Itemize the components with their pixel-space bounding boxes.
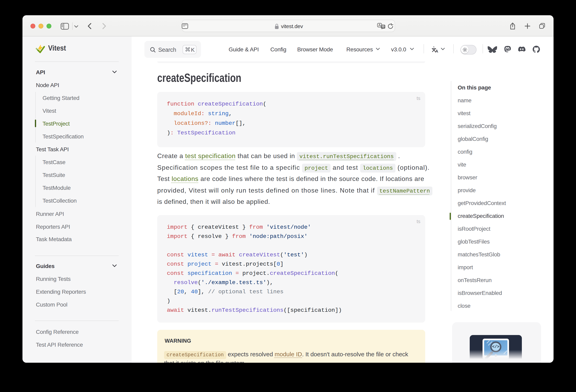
svg-text:A: A	[435, 49, 438, 53]
svg-text:A: A	[378, 23, 380, 27]
